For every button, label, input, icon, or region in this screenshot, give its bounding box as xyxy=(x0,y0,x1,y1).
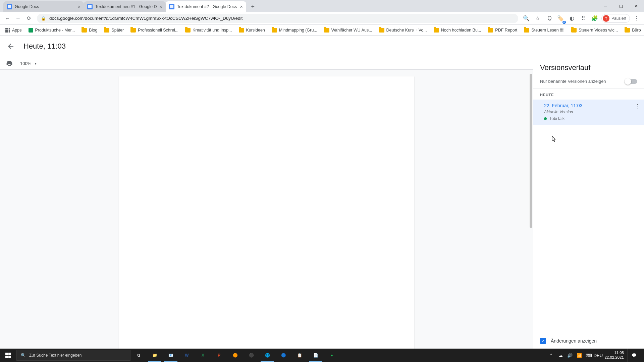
folder-icon xyxy=(488,28,493,33)
extension-icon[interactable]: 🏷️0 xyxy=(556,14,565,23)
bookmark-label: Kreativität und Insp... xyxy=(193,28,232,33)
maximize-button[interactable]: ▢ xyxy=(613,0,629,12)
bookmark-folder[interactable]: Deutsche Kurs + Vo... xyxy=(376,26,430,34)
bookmark-folder[interactable]: Professionell Schrei... xyxy=(128,26,181,34)
version-item[interactable]: 22. Februar, 11:03 Aktuelle Version Tobi… xyxy=(533,100,644,125)
file-explorer-icon[interactable]: 📁 xyxy=(147,349,163,362)
document-toolbar: 100% ▼ xyxy=(0,57,533,70)
bookmark-folder[interactable]: Steuern Videos wic... xyxy=(569,26,621,34)
bookmark-folder[interactable]: Büro xyxy=(622,26,643,34)
network-icon[interactable]: 📶 xyxy=(576,352,582,358)
tab-close-icon[interactable]: × xyxy=(78,4,80,9)
browser-tab[interactable]: Textdokument neu #1 - Google D × xyxy=(84,1,166,12)
docs-favicon-icon xyxy=(7,4,12,9)
bookmark-label: Wahlfächer WU Aus... xyxy=(331,28,372,33)
tab-title: Textdokument neu #1 - Google D xyxy=(95,4,157,9)
minimize-button[interactable]: ─ xyxy=(598,0,613,12)
bookmark-folder[interactable]: Wahlfächer WU Aus... xyxy=(321,26,375,34)
version-group-header: HEUTE xyxy=(533,89,644,100)
bookmark-folder[interactable]: Kursideen xyxy=(236,26,268,34)
action-center-button[interactable]: 💬 xyxy=(627,349,641,362)
address-bar[interactable]: 🔒 docs.google.com/document/d/1dGmfcW4CmW… xyxy=(37,14,518,23)
app-icon[interactable]: 🟠 xyxy=(227,349,243,362)
taskbar-apps: ⧉ 📁 📧 W X P 🟠 ⚫ 🌐 🔵 📋 📄 ● xyxy=(130,349,340,362)
start-button[interactable] xyxy=(0,349,16,362)
bookmark-folder[interactable]: PDF Report xyxy=(485,26,520,34)
bookmark-folder[interactable]: Mindmapping (Gru... xyxy=(269,26,320,34)
zoom-dropdown[interactable]: 100% ▼ xyxy=(20,61,37,66)
named-only-toggle[interactable] xyxy=(625,79,637,84)
keyboard-icon[interactable]: ⌨ xyxy=(586,352,592,358)
chrome-menu-icon[interactable]: ⋮ xyxy=(632,14,641,23)
bookmark-folder[interactable]: Steuern Lesen !!!! xyxy=(521,26,567,34)
document-canvas[interactable] xyxy=(0,70,533,349)
tray-overflow-icon[interactable]: ˄ xyxy=(548,352,554,358)
taskbar-clock[interactable]: 11:05 22.02.2021 xyxy=(604,351,624,360)
nav-forward-button[interactable]: → xyxy=(13,14,23,23)
folder-icon xyxy=(524,28,529,33)
folder-icon xyxy=(434,28,439,33)
docs-app: Heute, 11:03 100% ▼ Versionsverlauf Nur … xyxy=(0,36,644,349)
zoom-icon[interactable]: 🔍 xyxy=(522,14,531,23)
scrollbar-thumb[interactable] xyxy=(530,74,532,228)
extension-icon[interactable]: ⠿ xyxy=(579,14,588,23)
folder-icon xyxy=(379,28,384,33)
panel-footer: ✓ Änderungen anzeigen xyxy=(533,333,644,349)
bookmark-folder[interactable]: Kreativität und Insp... xyxy=(182,26,234,34)
folder-icon xyxy=(104,28,109,33)
browser-tab[interactable]: Google Docs × xyxy=(3,1,84,12)
browser-tab-active[interactable]: Textdokument #2 - Google Docs × xyxy=(166,1,246,12)
apps-shortcut[interactable]: Apps xyxy=(3,26,24,34)
notepad-icon[interactable]: 📄 xyxy=(308,349,324,362)
powerpoint-icon[interactable]: P xyxy=(211,349,227,362)
clock-time: 11:05 xyxy=(604,351,624,355)
volume-icon[interactable]: 🔊 xyxy=(567,352,573,358)
bookmark-label: Später xyxy=(111,28,124,33)
bookmark-folder[interactable]: Blog xyxy=(79,26,100,34)
obs-icon[interactable]: ⚫ xyxy=(243,349,259,362)
version-menu-button[interactable]: ⋮ xyxy=(635,104,641,110)
named-only-row: Nur benannte Versionen anzeigen xyxy=(533,75,644,89)
chrome-icon[interactable]: 🌐 xyxy=(259,349,275,362)
taskbar-search[interactable]: 🔍 Zur Suche Text hier eingeben xyxy=(16,350,130,361)
extension-icon[interactable]: ◐ xyxy=(567,14,577,23)
windows-taskbar: 🔍 Zur Suche Text hier eingeben ⧉ 📁 📧 W X… xyxy=(0,349,644,362)
onedrive-icon[interactable]: ☁ xyxy=(557,352,564,358)
bookmark-star-icon[interactable]: ☆ xyxy=(533,14,542,23)
mail-icon[interactable]: 📧 xyxy=(163,349,179,362)
toolbar-actions: 🔍 ☆ ᴵQ 🏷️0 ◐ ⠿ 🧩 T Pausiert ⋮ xyxy=(522,14,641,23)
show-changes-checkbox[interactable]: ✓ xyxy=(540,338,546,344)
edge-icon[interactable]: 🔵 xyxy=(275,349,291,362)
close-window-button[interactable]: ✕ xyxy=(629,0,644,12)
bookmark-folder[interactable]: Später xyxy=(101,26,126,34)
excel-icon[interactable]: X xyxy=(195,349,211,362)
word-icon[interactable]: W xyxy=(179,349,195,362)
tab-title: Textdokument #2 - Google Docs xyxy=(177,4,237,9)
arrow-left-icon xyxy=(7,42,15,50)
tab-close-icon[interactable]: × xyxy=(240,4,243,9)
tab-close-icon[interactable]: × xyxy=(159,4,162,9)
extensions-button[interactable]: 🧩 xyxy=(590,14,599,23)
app-icon[interactable]: 📋 xyxy=(291,349,308,362)
language-indicator[interactable]: DEU xyxy=(595,352,601,358)
print-button[interactable] xyxy=(5,59,13,67)
bookmark-item[interactable]: Produktsuche - Mer... xyxy=(26,26,78,34)
page-icon xyxy=(29,28,33,33)
window-controls: ─ ▢ ✕ xyxy=(598,0,644,12)
search-placeholder: Zur Suche Text hier eingeben xyxy=(29,353,82,358)
nav-reload-button[interactable]: ⟳ xyxy=(24,14,34,23)
task-view-button[interactable]: ⧉ xyxy=(130,349,147,362)
new-tab-button[interactable]: + xyxy=(248,2,258,11)
bookmark-label: Produktsuche - Mer... xyxy=(35,28,75,33)
apps-grid-icon xyxy=(5,28,10,33)
bookmark-label: PDF Report xyxy=(495,28,517,33)
profile-chip[interactable]: T Pausiert xyxy=(601,14,630,23)
bookmark-label: Büro xyxy=(632,28,641,33)
bookmark-label: Mindmapping (Gru... xyxy=(279,28,317,33)
bookmark-folder[interactable]: Noch hochladen Bu... xyxy=(431,26,484,34)
nav-back-button[interactable]: ← xyxy=(3,14,12,23)
search-icon: 🔍 xyxy=(21,353,26,358)
spotify-icon[interactable]: ● xyxy=(324,349,340,362)
back-button[interactable] xyxy=(4,40,17,53)
translate-icon[interactable]: ᴵQ xyxy=(544,14,554,23)
